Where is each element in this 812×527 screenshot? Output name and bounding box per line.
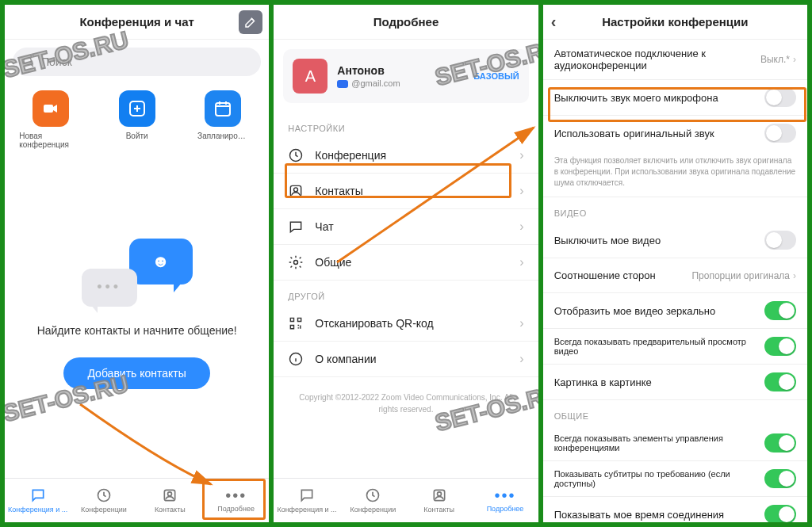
row-label: Конференция xyxy=(315,149,386,162)
tab-chat[interactable]: Конференция и ... xyxy=(5,479,71,522)
audio-note: Эта функция позволяет включить или отклю… xyxy=(543,151,807,197)
row-mute-mic[interactable]: Выключить звук моего микрофона xyxy=(543,80,807,116)
row-disable-video[interactable]: Выключить мое видео xyxy=(543,223,807,258)
row-conference[interactable]: Конференция › xyxy=(274,138,538,174)
row-chat[interactable]: Чат › xyxy=(274,209,538,245)
copyright-text: Copyright ©2012-2022 Zoom Video Communic… xyxy=(274,377,538,430)
chat-icon xyxy=(30,487,46,503)
section-general-title: ОБЩИЕ xyxy=(543,400,807,426)
svg-point-9 xyxy=(294,188,298,192)
gear-icon xyxy=(288,254,304,270)
chat-icon xyxy=(299,487,315,503)
profile-email: @gmail.com xyxy=(337,78,473,88)
svg-point-0 xyxy=(24,57,31,64)
avatar: А xyxy=(293,59,327,94)
row-value: Пропорции оригинала› xyxy=(691,270,796,281)
screen-home: Конференция и чат Поиск Новая конференци… xyxy=(5,5,269,522)
row-original-sound[interactable]: Использовать оригинальный звук xyxy=(543,116,807,151)
row-aspect[interactable]: Соотношение сторон Пропорции оригинала› xyxy=(543,258,807,293)
row-label: Отобразить мое видео зеркально xyxy=(554,305,758,317)
row-label: О компании xyxy=(315,353,376,365)
row-label: Чат xyxy=(315,220,333,233)
toggle[interactable] xyxy=(764,337,796,356)
video-icon xyxy=(33,90,69,127)
toggle[interactable] xyxy=(764,469,796,488)
clock-icon xyxy=(288,147,304,163)
chevron-right-icon: › xyxy=(793,270,796,281)
search-input[interactable]: Поиск xyxy=(13,48,261,76)
tab-contacts[interactable]: Контакты xyxy=(406,479,472,522)
chat-icon xyxy=(288,219,304,235)
chevron-right-icon: › xyxy=(793,54,796,65)
compose-button[interactable] xyxy=(239,10,262,34)
screen-more: Подробнее А Антонов @gmail.com БАЗОВЫЙ Н… xyxy=(274,5,538,522)
back-button[interactable]: ‹ xyxy=(551,13,557,31)
row-general[interactable]: Общие › xyxy=(274,245,538,281)
row-contacts[interactable]: Контакты › xyxy=(274,174,538,209)
tab-label: Контакты xyxy=(155,506,186,514)
tab-label: Подробнее xyxy=(487,505,524,513)
toggle[interactable] xyxy=(764,505,796,522)
action-label: Новая конференция xyxy=(19,132,82,149)
row-label: Выключить мое видео xyxy=(554,235,758,246)
section-video-title: ВИДЕО xyxy=(543,197,807,223)
plan-badge: БАЗОВЫЙ xyxy=(473,71,519,81)
header-title: Конференция и чат xyxy=(79,15,193,29)
tab-meetings[interactable]: Конференции xyxy=(340,479,406,522)
blue-bubble: ☻ xyxy=(129,239,193,285)
toggle-original-sound[interactable] xyxy=(764,124,796,143)
search-icon xyxy=(22,55,35,68)
row-label: Выключить звук моего микрофона xyxy=(554,92,758,104)
action-new-meeting[interactable]: Новая конференция xyxy=(19,90,82,149)
row-label: Соотношение сторон xyxy=(554,269,686,281)
profile-card[interactable]: А Антонов @gmail.com БАЗОВЫЙ xyxy=(283,49,528,103)
header-title: Настройки конференции xyxy=(602,15,748,29)
tab-more[interactable]: ••• Подробнее xyxy=(203,479,269,522)
action-row: Новая конференция Войти Запланировать xyxy=(8,90,266,149)
svg-rect-1 xyxy=(44,105,53,113)
chevron-right-icon: › xyxy=(519,352,523,366)
row-label: Всегда показывать предварительный просмо… xyxy=(554,337,758,356)
more-icon: ••• xyxy=(494,488,515,502)
compose-icon xyxy=(243,15,258,29)
chevron-right-icon: › xyxy=(519,220,523,234)
row-label: Картинка в картинке xyxy=(554,376,758,388)
tab-chat[interactable]: Конференция и ... xyxy=(274,479,339,522)
tab-meetings[interactable]: Конференции xyxy=(71,479,136,522)
row-scan-qr[interactable]: Отсканировать QR-код › xyxy=(274,306,538,342)
add-contacts-button[interactable]: Добавить контакты xyxy=(63,357,209,389)
chevron-right-icon: › xyxy=(519,255,523,269)
header-title: Подробнее xyxy=(373,15,439,29)
row-connection-time[interactable]: Показывать мое время соединения xyxy=(543,497,807,522)
row-captions[interactable]: Показывать субтитры по требованию (если … xyxy=(543,461,807,497)
toggle[interactable] xyxy=(764,301,796,320)
action-label: Запланировать xyxy=(197,132,248,140)
more-icon: ••• xyxy=(225,488,247,502)
row-label: Отсканировать QR-код xyxy=(315,317,433,330)
chat-illustration: ☻ ••• xyxy=(82,239,193,310)
tab-more[interactable]: ••• Подробнее xyxy=(472,479,538,522)
toggle-mute-mic[interactable] xyxy=(764,88,796,107)
row-audio-auto[interactable]: Автоматическое подключение к аудиоконфер… xyxy=(543,40,807,80)
row-label: Общие xyxy=(315,256,351,269)
tab-label: Конференции xyxy=(350,506,396,514)
toggle[interactable] xyxy=(764,372,796,391)
profile-name: Антонов xyxy=(337,64,473,77)
profile-email-text: @gmail.com xyxy=(351,78,400,88)
row-about[interactable]: О компании › xyxy=(274,342,538,377)
section-other-title: ДРУГОЙ xyxy=(274,281,538,306)
row-preview[interactable]: Всегда показывать предварительный просмо… xyxy=(543,329,807,365)
action-schedule[interactable]: Запланировать xyxy=(191,90,255,149)
toggle[interactable] xyxy=(764,433,796,453)
chevron-right-icon: › xyxy=(519,316,523,330)
tab-label: Конференция и ... xyxy=(8,506,67,514)
row-always-controls[interactable]: Всегда показывать элементы управления ко… xyxy=(543,426,807,461)
tab-bar: Конференция и ... Конференции Контакты •… xyxy=(5,478,269,522)
info-icon xyxy=(288,351,304,367)
row-mirror[interactable]: Отобразить мое видео зеркально xyxy=(543,293,807,329)
plus-icon xyxy=(119,90,155,127)
tab-contacts[interactable]: Контакты xyxy=(137,479,203,522)
row-pip[interactable]: Картинка в картинке xyxy=(543,365,807,400)
toggle[interactable] xyxy=(764,231,796,250)
action-join[interactable]: Войти xyxy=(105,90,169,149)
